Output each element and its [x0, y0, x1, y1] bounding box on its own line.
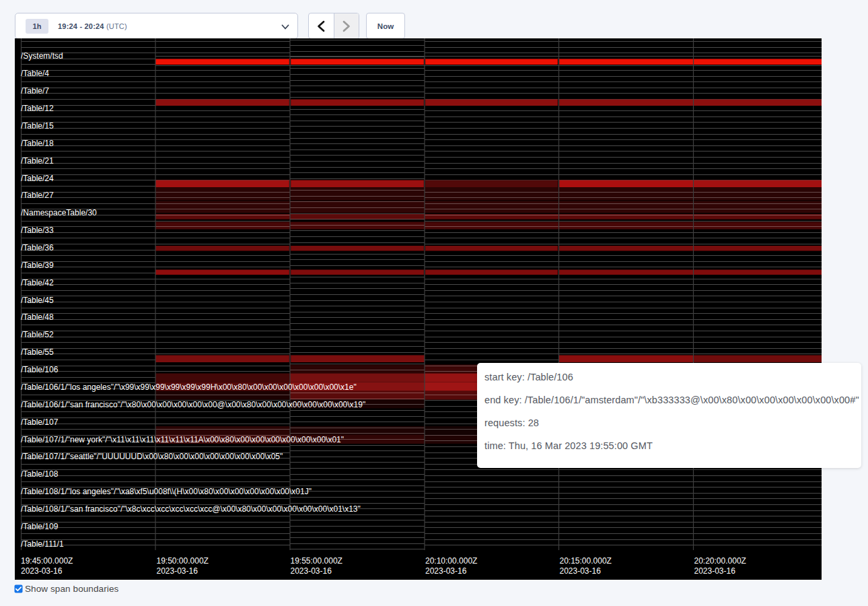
svg-text:/Table/21: /Table/21 — [21, 156, 54, 166]
svg-text:/Table/15: /Table/15 — [21, 121, 54, 131]
svg-text:20:20:00.000Z: 20:20:00.000Z — [694, 556, 746, 566]
svg-text:19:55:00.000Z: 19:55:00.000Z — [291, 556, 342, 566]
svg-text:/Table/107/1/"seattle"/"UUUUUU: /Table/107/1/"seattle"/"UUUUUUD\x00\x80\… — [21, 452, 283, 461]
svg-text:2023-03-16: 2023-03-16 — [694, 566, 736, 576]
svg-text:/Table/108/1/"los angeles"/"\x: /Table/108/1/"los angeles"/"\xa8\xf5\u00… — [21, 487, 312, 496]
svg-text:/Table/45: /Table/45 — [21, 296, 54, 305]
svg-text:/Table/27: /Table/27 — [21, 191, 54, 200]
svg-text:/Table/33: /Table/33 — [21, 226, 54, 235]
svg-text:/Table/106: /Table/106 — [21, 365, 59, 374]
svg-text:2023-03-16: 2023-03-16 — [157, 566, 198, 576]
svg-text:2023-03-16: 2023-03-16 — [291, 566, 332, 576]
svg-text:19:45:00.000Z: 19:45:00.000Z — [21, 556, 73, 566]
svg-text:2023-03-16: 2023-03-16 — [21, 566, 63, 576]
svg-text:19:50:00.000Z: 19:50:00.000Z — [157, 556, 209, 566]
svg-text:/Table/106/1/"los angeles"/"\x: /Table/106/1/"los angeles"/"\x99\x99\x99… — [21, 382, 357, 392]
svg-text:/Table/108/1/"san francisco"/": /Table/108/1/"san francisco"/"\x8c\xcc\x… — [21, 504, 361, 514]
svg-text:/Table/12: /Table/12 — [21, 104, 54, 113]
svg-text:2023-03-16: 2023-03-16 — [560, 566, 602, 576]
svg-text:2023-03-16: 2023-03-16 — [425, 566, 467, 576]
svg-text:/Table/107/1/"new york"/"\x11\: /Table/107/1/"new york"/"\x11\x11\x11\x1… — [21, 435, 344, 444]
svg-text:/Table/48: /Table/48 — [21, 312, 54, 322]
svg-text:/Table/7: /Table/7 — [21, 86, 49, 96]
svg-text:/Table/42: /Table/42 — [21, 278, 54, 288]
svg-text:/Table/106/1/"san francisco"/": /Table/106/1/"san francisco"/"\x80\x00\x… — [21, 400, 365, 409]
svg-text:20:15:00.000Z: 20:15:00.000Z — [560, 556, 612, 566]
svg-text:20:10:00.000Z: 20:10:00.000Z — [425, 556, 477, 566]
svg-text:/Table/108: /Table/108 — [21, 469, 59, 479]
svg-text:/Table/109: /Table/109 — [21, 522, 59, 531]
svg-text:/Table/24: /Table/24 — [21, 174, 54, 183]
svg-text:/Table/55: /Table/55 — [21, 347, 54, 357]
svg-text:/Table/4: /Table/4 — [21, 69, 49, 78]
svg-text:/NamespaceTable/30: /NamespaceTable/30 — [21, 208, 97, 217]
svg-text:/Table/111/1: /Table/111/1 — [21, 539, 64, 549]
svg-text:/Table/36: /Table/36 — [21, 243, 54, 252]
svg-text:/System/tsd: /System/tsd — [21, 51, 63, 61]
svg-text:/Table/18: /Table/18 — [21, 139, 54, 148]
svg-text:/Table/52: /Table/52 — [21, 330, 54, 339]
svg-text:/Table/107: /Table/107 — [21, 417, 59, 427]
svg-text:/Table/39: /Table/39 — [21, 261, 54, 270]
